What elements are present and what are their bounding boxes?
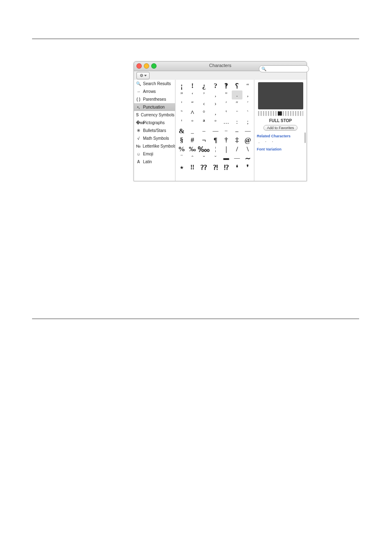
char-cell[interactable]: ˘ — [198, 154, 210, 163]
char-cell[interactable]: ⸮ — [232, 81, 242, 90]
char-cell[interactable]: ‒ — [232, 127, 242, 136]
char-cell[interactable]: , — [242, 90, 253, 99]
char-cell[interactable]: / — [232, 145, 242, 154]
scrollbar[interactable] — [304, 132, 306, 143]
search-input[interactable] — [267, 67, 302, 72]
char-cell[interactable]: ∼ — [242, 154, 253, 163]
char-cell[interactable]: ^ — [187, 109, 198, 118]
char-cell[interactable]: ¨ — [232, 109, 242, 118]
char-cell[interactable]: ´ — [242, 99, 253, 109]
char-cell[interactable]: ‚ — [210, 109, 221, 118]
char-cell[interactable]: ; — [242, 118, 253, 127]
search-field[interactable]: 🔍 — [259, 65, 309, 72]
char-cell[interactable]: @ — [242, 136, 253, 145]
char-cell[interactable]: … — [221, 118, 231, 127]
char-cell[interactable]: ? — [210, 81, 221, 90]
sidebar-item-parentheses[interactable]: ( )Parentheses — [134, 95, 175, 103]
gear-icon: ⚙ — [140, 74, 143, 78]
char-cell[interactable]: ! — [187, 81, 198, 90]
char-cell[interactable]: ¦ — [210, 145, 221, 154]
char-cell[interactable]: ⁉ — [221, 163, 231, 172]
sidebar-item-label: Emoji — [143, 152, 153, 156]
math-icon: √ — [136, 136, 141, 141]
sidebar-item-label: Search Results — [143, 81, 171, 86]
char-cell[interactable]: ˈ — [176, 118, 187, 127]
char-cell[interactable]: ⁈ — [210, 163, 221, 172]
char-cell[interactable]: ‰ — [187, 145, 198, 154]
char-cell[interactable]: ˜ — [176, 109, 187, 118]
related-char[interactable]: · — [265, 139, 267, 144]
sidebar-item-math-symbols[interactable]: √Math Symbols — [134, 134, 175, 142]
latin-icon: A — [136, 160, 141, 164]
char-cell[interactable]: : — [232, 118, 242, 127]
char-cell[interactable]: ‽ — [221, 81, 231, 90]
char-cell[interactable]: ˆ — [187, 154, 198, 163]
char-cell[interactable]: ¿ — [198, 81, 210, 90]
char-cell[interactable]: ′ — [221, 99, 231, 109]
char-cell[interactable]: ‹ — [198, 99, 210, 109]
char-cell[interactable]: ‾ — [176, 154, 187, 163]
char-cell[interactable]: ' — [176, 99, 187, 109]
sidebar-item-punctuation[interactable]: •,Punctuation — [134, 103, 175, 111]
sidebar-item-label: Arrows — [143, 89, 156, 94]
char-cell[interactable]: ‚ — [210, 90, 221, 99]
char-cell[interactable]: – — [198, 127, 210, 136]
char-cell[interactable]: ` — [242, 109, 253, 118]
char-cell[interactable]: \ — [242, 145, 253, 154]
char-cell[interactable]: ’ — [198, 90, 210, 99]
sidebar-item-search-results[interactable]: 🔍Search Results — [134, 80, 175, 88]
sidebar-item-letterlike-symbols[interactable]: №Letterlike Symbols — [134, 142, 175, 150]
char-cell[interactable]: ª — [198, 118, 210, 127]
char-cell[interactable]: ″ — [232, 99, 242, 109]
related-char[interactable]: . — [258, 139, 260, 144]
sidebar-item-arrows[interactable]: →Arrows — [134, 88, 175, 95]
sidebar-item-pictographs[interactable]: �коPictographs — [134, 119, 175, 127]
inspector-panel: 🔍 FULL STOP Add to Favorites Related Cha… — [254, 80, 307, 181]
char-cell[interactable]: # — [187, 136, 198, 145]
sidebar-item-currency-symbols[interactable]: SCurrency Symbols — [134, 111, 175, 119]
sidebar-item-latin[interactable]: ALatin — [134, 158, 175, 166]
char-cell[interactable]: & — [176, 127, 187, 136]
add-favorites-button[interactable]: Add to Favorites — [263, 125, 298, 131]
char-cell[interactable]: " — [221, 90, 231, 99]
char-cell[interactable]: ⋆ — [176, 163, 187, 172]
related-char[interactable]: ∙ — [272, 139, 273, 144]
char-cell[interactable]: ʺ — [187, 99, 198, 109]
char-cell[interactable]: ❛ — [232, 163, 242, 172]
char-cell[interactable]: › — [210, 99, 221, 109]
char-cell[interactable]: _ — [187, 127, 198, 136]
char-cell[interactable]: | — [221, 145, 231, 154]
sidebar-item-label: Math Symbols — [143, 136, 169, 141]
char-cell[interactable]: ¡ — [176, 81, 187, 90]
char-cell[interactable]: % — [176, 145, 187, 154]
char-cell[interactable]: ° — [198, 109, 210, 118]
char-cell[interactable]: ‡ — [232, 136, 242, 145]
char-cell[interactable]: ” — [176, 90, 187, 99]
char-cell[interactable]: “ — [242, 81, 253, 90]
char-cell[interactable]: § — [176, 136, 187, 145]
char-cell[interactable]: ― — [242, 127, 253, 136]
sidebar-item-emoji[interactable]: ☺︎Emoji — [134, 150, 175, 158]
character-preview — [258, 82, 303, 109]
char-cell[interactable]: . — [232, 90, 242, 99]
char-cell[interactable]: ‛ — [221, 109, 231, 118]
char-cell[interactable]: † — [221, 136, 231, 145]
action-menu-button[interactable]: ⚙ — [136, 72, 150, 79]
char-cell[interactable]: ‱ — [198, 145, 210, 154]
char-cell[interactable]: ¶ — [210, 136, 221, 145]
char-cell[interactable]: º — [210, 118, 221, 127]
char-cell[interactable]: ▬ — [221, 154, 231, 163]
char-cell[interactable]: ‘ — [187, 90, 198, 99]
currency-icon: S — [136, 113, 139, 117]
sidebar-item-bullets-stars[interactable]: ✳︎Bullets/Stars — [134, 127, 175, 134]
char-cell[interactable]: º — [187, 118, 198, 127]
char-cell[interactable]: — — [210, 127, 221, 136]
char-cell[interactable]: − — [221, 127, 231, 136]
char-cell[interactable]: ⁇ — [198, 163, 210, 172]
char-cell[interactable]: ˇ — [210, 154, 221, 163]
char-cell[interactable]: — — [232, 154, 242, 163]
char-cell[interactable]: ‼ — [187, 163, 198, 172]
char-cell[interactable]: ¬ — [198, 136, 210, 145]
emoji-icon: ☺︎ — [136, 152, 141, 156]
char-cell[interactable]: ❜ — [242, 163, 253, 172]
